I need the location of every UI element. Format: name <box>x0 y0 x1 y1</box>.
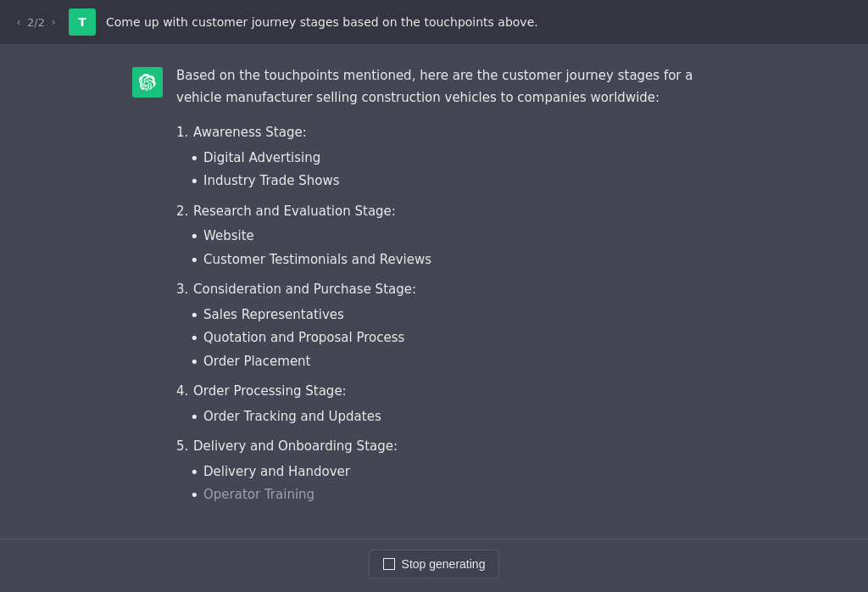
stage-label-2: 2.Research and Evaluation Stage: <box>176 201 736 223</box>
bullet-list-2: WebsiteCustomer Testimonials and Reviews <box>190 226 736 271</box>
bullet-list-5: Delivery and HandoverOperator Training <box>190 461 736 506</box>
nav-controls: ‹ 2/2 › <box>14 14 58 30</box>
stop-icon <box>383 558 395 570</box>
ai-avatar <box>132 67 163 98</box>
bullet-item: Order Placement <box>190 351 736 373</box>
stop-button-label: Stop generating <box>402 557 486 571</box>
stop-generating-button[interactable]: Stop generating <box>369 550 500 578</box>
stage-item-2: 2.Research and Evaluation Stage:WebsiteC… <box>176 201 736 271</box>
bullet-list-3: Sales RepresentativesQuotation and Propo… <box>190 304 736 373</box>
bullet-item: Order Tracking and Updates <box>190 406 736 428</box>
stage-item-3: 3.Consideration and Purchase Stage:Sales… <box>176 279 736 372</box>
bullet-list-4: Order Tracking and Updates <box>190 406 736 428</box>
bullet-item: Digital Advertising <box>190 148 736 170</box>
bullet-item: Sales Representatives <box>190 304 736 327</box>
stage-label-5: 5.Delivery and Onboarding Stage: <box>176 436 736 458</box>
response-intro: Based on the touchpoints mentioned, here… <box>176 65 736 109</box>
bullet-list-1: Digital AdvertisingIndustry Trade Shows <box>190 148 736 193</box>
openai-logo-icon <box>139 74 156 91</box>
nav-prev-button[interactable]: ‹ <box>14 14 24 30</box>
stage-label-1: 1.Awareness Stage: <box>176 122 736 144</box>
nav-next-button[interactable]: › <box>48 14 58 30</box>
header-bar: ‹ 2/2 › T Come up with customer journey … <box>0 0 868 45</box>
bullet-item: Customer Testimonials and Reviews <box>190 249 736 271</box>
nav-counter: 2/2 <box>27 16 45 29</box>
stages-list: 1.Awareness Stage:Digital AdvertisingInd… <box>176 122 736 506</box>
bullet-item: Quotation and Proposal Process <box>190 327 736 349</box>
bullet-item: Industry Trade Shows <box>190 170 736 193</box>
stage-item-1: 1.Awareness Stage:Digital AdvertisingInd… <box>176 122 736 193</box>
stage-item-4: 4.Order Processing Stage:Order Tracking … <box>176 381 736 427</box>
main-content: Based on the touchpoints mentioned, here… <box>0 45 868 539</box>
stage-item-5: 5.Delivery and Onboarding Stage:Delivery… <box>176 436 736 506</box>
response-body: Based on the touchpoints mentioned, here… <box>176 65 736 515</box>
stage-label-3: 3.Consideration and Purchase Stage: <box>176 279 736 301</box>
response-container: Based on the touchpoints mentioned, here… <box>112 65 756 515</box>
bullet-item: Delivery and Handover <box>190 461 736 483</box>
header-message: Come up with customer journey stages bas… <box>106 15 538 29</box>
bullet-item: Operator Training <box>190 484 736 506</box>
user-avatar: T <box>69 8 96 36</box>
bullet-item: Website <box>190 226 736 248</box>
stage-label-4: 4.Order Processing Stage: <box>176 381 736 403</box>
bottom-bar: Stop generating <box>0 539 868 592</box>
